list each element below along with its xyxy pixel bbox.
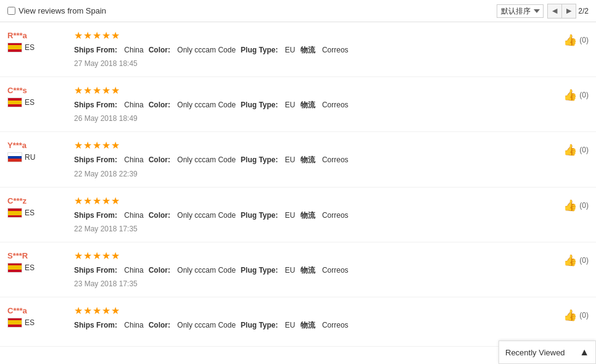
logistics-detail: 物流 Correos bbox=[300, 101, 349, 109]
star-icon: ★ bbox=[111, 86, 120, 96]
review-row: C***aES★★★★★Ships From: ChinaColor: Only… bbox=[0, 297, 596, 347]
star-icon: ★ bbox=[74, 251, 83, 261]
flag-country: ES bbox=[7, 263, 69, 273]
star-icon: ★ bbox=[83, 196, 92, 206]
review-content: ★★★★★Ships From: ChinaColor: Only cccam … bbox=[69, 196, 551, 233]
star-icon: ★ bbox=[83, 306, 92, 316]
like-count: (0) bbox=[579, 91, 589, 99]
russia-flag-icon bbox=[7, 152, 22, 162]
plug-type: Plug Type: EU bbox=[241, 266, 295, 275]
like-count: (0) bbox=[579, 36, 589, 44]
like-section: 👍(0) bbox=[563, 306, 589, 322]
star-icon: ★ bbox=[93, 86, 101, 96]
thumbs-up-icon[interactable]: 👍 bbox=[563, 199, 577, 212]
prev-page-button[interactable]: ◀ bbox=[548, 4, 561, 18]
reviews-container: R***aES★★★★★Ships From: ChinaColor: Only… bbox=[0, 22, 596, 364]
recently-viewed-panel[interactable]: Recently Viewed ▲ bbox=[499, 341, 596, 364]
star-icon: ★ bbox=[83, 251, 92, 261]
reviewer-name[interactable]: C***z bbox=[7, 196, 69, 205]
page-nav: ◀ ▶ bbox=[547, 4, 576, 19]
review-date: 23 May 2018 17:35 bbox=[74, 279, 551, 288]
plug-type: Plug Type: EU bbox=[241, 46, 295, 54]
review-details: Ships From: ChinaColor: Only cccam CodeP… bbox=[74, 154, 551, 166]
review-details: Ships From: ChinaColor: Only cccam CodeP… bbox=[74, 99, 551, 111]
star-icon: ★ bbox=[74, 86, 83, 96]
plug-type: Plug Type: EU bbox=[241, 211, 295, 220]
country-code: ES bbox=[25, 43, 35, 52]
flag-country: ES bbox=[7, 43, 69, 52]
country-filter-label[interactable]: View reviews from Spain bbox=[7, 6, 106, 15]
review-details: Ships From: ChinaColor: Only cccam CodeP… bbox=[74, 44, 551, 56]
thumbs-up-icon[interactable]: 👍 bbox=[563, 254, 577, 267]
review-content: ★★★★★Ships From: ChinaColor: Only cccam … bbox=[69, 86, 551, 123]
like-section: 👍(0) bbox=[563, 196, 589, 212]
ships-from: Ships From: China bbox=[74, 321, 144, 329]
star-rating: ★★★★★ bbox=[74, 196, 551, 206]
logistics-detail: 物流 Correos bbox=[300, 211, 349, 220]
like-count: (0) bbox=[579, 311, 589, 320]
logistics-detail: 物流 Correos bbox=[300, 155, 349, 164]
review-content: ★★★★★Ships From: ChinaColor: Only cccam … bbox=[69, 306, 551, 334]
reviewer-info: C***sES bbox=[7, 86, 69, 107]
color-detail: Color: Only cccam Code bbox=[149, 321, 236, 329]
review-row: C***sES★★★★★Ships From: ChinaColor: Only… bbox=[0, 77, 596, 132]
star-icon: ★ bbox=[102, 31, 110, 41]
reviewer-info: S***RES bbox=[7, 251, 69, 273]
star-icon: ★ bbox=[102, 86, 110, 96]
review-date: 26 May 2018 18:49 bbox=[74, 114, 551, 123]
thumbs-up-icon[interactable]: 👍 bbox=[563, 143, 577, 157]
thumbs-up-icon[interactable]: 👍 bbox=[563, 308, 577, 322]
flag-country: RU bbox=[7, 152, 69, 162]
star-icon: ★ bbox=[102, 251, 110, 261]
ships-from: Ships From: China bbox=[74, 266, 144, 275]
country-code: ES bbox=[25, 98, 35, 107]
star-rating: ★★★★★ bbox=[74, 86, 551, 96]
reviewer-name[interactable]: R***a bbox=[7, 31, 69, 40]
plug-type: Plug Type: EU bbox=[241, 101, 295, 109]
star-icon: ★ bbox=[93, 141, 101, 151]
ships-from: Ships From: China bbox=[74, 46, 144, 54]
star-icon: ★ bbox=[102, 141, 110, 151]
logistics-detail: 物流 Correos bbox=[300, 321, 349, 329]
sort-dropdown[interactable]: 默认排序 bbox=[497, 4, 544, 18]
thumbs-up-icon[interactable]: 👍 bbox=[563, 33, 577, 47]
star-icon: ★ bbox=[93, 31, 101, 41]
spain-flag-icon bbox=[7, 318, 22, 328]
top-bar-left: View reviews from Spain bbox=[7, 6, 106, 15]
plug-type: Plug Type: EU bbox=[241, 321, 295, 329]
spain-flag-icon bbox=[7, 208, 22, 218]
star-icon: ★ bbox=[93, 306, 101, 316]
spain-flag-icon bbox=[7, 43, 22, 52]
star-icon: ★ bbox=[111, 306, 120, 316]
like-count: (0) bbox=[579, 256, 589, 265]
thumbs-up-icon[interactable]: 👍 bbox=[563, 88, 577, 102]
next-page-button[interactable]: ▶ bbox=[562, 4, 576, 18]
review-content: ★★★★★Ships From: ChinaColor: Only cccam … bbox=[69, 251, 551, 288]
spain-flag-icon bbox=[7, 97, 22, 107]
country-filter-text: View reviews from Spain bbox=[19, 6, 106, 15]
star-icon: ★ bbox=[102, 196, 110, 206]
ships-from: Ships From: China bbox=[74, 101, 144, 109]
star-icon: ★ bbox=[74, 141, 83, 151]
star-rating: ★★★★★ bbox=[74, 31, 551, 41]
star-rating: ★★★★★ bbox=[74, 251, 551, 261]
flag-country: ES bbox=[7, 318, 69, 328]
review-details: Ships From: ChinaColor: Only cccam CodeP… bbox=[74, 265, 551, 276]
flag-country: ES bbox=[7, 208, 69, 218]
star-icon: ★ bbox=[83, 31, 92, 41]
review-row: R***aES★★★★★Ships From: ChinaColor: Only… bbox=[0, 22, 596, 77]
reviewer-info: R***aES bbox=[7, 31, 69, 52]
color-detail: Color: Only cccam Code bbox=[149, 266, 236, 275]
star-rating: ★★★★★ bbox=[74, 306, 551, 316]
country-filter-checkbox[interactable] bbox=[7, 7, 15, 15]
reviewer-name[interactable]: C***a bbox=[7, 306, 69, 315]
star-icon: ★ bbox=[93, 251, 101, 261]
review-date: 22 May 2018 22:39 bbox=[74, 170, 551, 178]
reviewer-name[interactable]: S***R bbox=[7, 251, 69, 260]
top-bar: View reviews from Spain 默认排序 ◀ ▶ 2/2 bbox=[0, 0, 596, 22]
reviewer-name[interactable]: C***s bbox=[7, 86, 69, 95]
reviewer-name[interactable]: Y***a bbox=[7, 141, 69, 150]
star-icon: ★ bbox=[83, 141, 92, 151]
star-icon: ★ bbox=[111, 196, 120, 206]
like-section: 👍(0) bbox=[563, 86, 589, 102]
